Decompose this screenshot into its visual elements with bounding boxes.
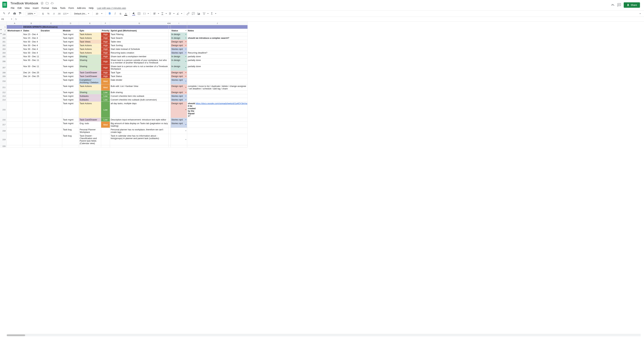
cell-dates[interactable] bbox=[23, 78, 40, 84]
header-cell[interactable]: Status bbox=[171, 29, 187, 32]
cell[interactable] bbox=[169, 78, 171, 84]
cell[interactable] bbox=[7, 71, 23, 74]
cell[interactable] bbox=[169, 102, 171, 118]
cell-dates[interactable]: Nov 30 - Dec 11 bbox=[23, 55, 40, 58]
decimal-decrease-button[interactable]: .0 bbox=[52, 12, 56, 16]
cell-epic[interactable]: Task Actions bbox=[79, 47, 101, 51]
cell-module[interactable]: Task mgmt bbox=[62, 47, 79, 51]
cell[interactable] bbox=[40, 118, 62, 122]
valign-dropdown[interactable] bbox=[166, 13, 167, 14]
cell-epic[interactable]: Task Actions bbox=[79, 84, 101, 90]
cell-goal[interactable]: Convert checklist into subtask (bulk con… bbox=[110, 98, 169, 102]
cell[interactable] bbox=[7, 55, 23, 58]
header-cell[interactable]: Dates bbox=[23, 29, 40, 32]
sheets-logo[interactable] bbox=[1, 1, 8, 8]
cell-goal[interactable]: Bulk edit: List / Kanban View bbox=[110, 84, 169, 90]
paint-format-button[interactable] bbox=[18, 12, 22, 16]
cell[interactable] bbox=[40, 51, 62, 55]
cell[interactable] bbox=[40, 47, 62, 51]
cell[interactable] bbox=[7, 84, 23, 90]
cell-module[interactable]: Task mgmt bbox=[62, 84, 79, 90]
cell-notes[interactable] bbox=[187, 98, 248, 102]
cell-dates[interactable] bbox=[23, 134, 40, 145]
cell[interactable] bbox=[7, 32, 23, 36]
cell-epic[interactable]: Subtasks bbox=[79, 98, 101, 102]
cell[interactable] bbox=[169, 134, 171, 145]
percent-button[interactable]: % bbox=[46, 12, 50, 16]
cell-goal[interactable]: Task Status bbox=[110, 74, 169, 78]
cell[interactable] bbox=[7, 51, 23, 55]
cell-status[interactable]: Design rqrd bbox=[171, 102, 187, 118]
cell[interactable] bbox=[7, 98, 23, 102]
cell-status[interactable] bbox=[171, 145, 187, 148]
cell-priority[interactable]: High bbox=[101, 71, 110, 74]
cell[interactable] bbox=[40, 64, 62, 71]
cell[interactable] bbox=[169, 84, 171, 90]
share-button[interactable]: Share bbox=[624, 2, 640, 8]
row-header[interactable]: 210 bbox=[0, 78, 7, 84]
cell-status[interactable]: Stories rqrd bbox=[171, 122, 187, 128]
header-cell[interactable]: Workstream # bbox=[7, 29, 23, 32]
cell-status[interactable]: Stories rqrd bbox=[171, 118, 187, 122]
row-header[interactable]: 208 bbox=[0, 71, 7, 74]
cell-goal[interactable]: Share task to a person outside of your w… bbox=[110, 58, 169, 64]
cell[interactable] bbox=[7, 118, 23, 122]
cell-priority[interactable]: High bbox=[101, 40, 110, 44]
row-header[interactable]: 215 bbox=[0, 102, 7, 118]
cell-dates[interactable]: Nov 30 - Dec 4 bbox=[23, 51, 40, 55]
cell[interactable] bbox=[169, 64, 171, 71]
cell-module[interactable]: Task mgmt bbox=[62, 40, 79, 44]
cell-priority[interactable]: High bbox=[101, 64, 110, 71]
cell-epic[interactable]: Eng. todo bbox=[79, 122, 101, 128]
cell-priority[interactable] bbox=[101, 134, 110, 145]
cell[interactable] bbox=[7, 25, 23, 29]
col-header[interactable]: A bbox=[7, 22, 23, 25]
cell-priority[interactable]: Med bbox=[101, 122, 110, 128]
halign-dropdown[interactable] bbox=[158, 13, 159, 14]
cell-module[interactable]: Task mgmt bbox=[62, 58, 79, 64]
undo-button[interactable] bbox=[2, 12, 6, 16]
cell-goal[interactable]: Task in calendar view has no information… bbox=[110, 134, 169, 145]
cell-goal[interactable]: Bulk sharing bbox=[110, 90, 169, 94]
cell-notes[interactable]: partially done bbox=[187, 55, 248, 58]
cell[interactable] bbox=[7, 122, 23, 128]
cell[interactable] bbox=[7, 134, 23, 145]
redo-button[interactable] bbox=[7, 12, 12, 16]
cell-module[interactable]: Task mgmt bbox=[62, 118, 79, 122]
cell-notes[interactable] bbox=[187, 134, 248, 145]
header-cell[interactable]: Priority bbox=[101, 29, 110, 32]
functions-button[interactable]: Σ bbox=[210, 12, 214, 16]
row-header[interactable]: 203 bbox=[0, 47, 7, 51]
cell[interactable] bbox=[7, 40, 23, 44]
cell-dates[interactable] bbox=[23, 122, 40, 128]
cell[interactable] bbox=[40, 55, 62, 58]
cell-goal[interactable]: Share task with a workplace member bbox=[110, 55, 169, 58]
cell[interactable] bbox=[169, 122, 171, 128]
comments-icon[interactable] bbox=[617, 3, 621, 7]
cell-status[interactable] bbox=[171, 134, 187, 145]
cell-module[interactable]: Task mgmt bbox=[62, 55, 79, 58]
menu-form[interactable]: Form bbox=[67, 6, 75, 10]
cell-status[interactable]: In design bbox=[171, 64, 187, 71]
cell-module[interactable]: Task mgmt bbox=[62, 122, 79, 128]
cell[interactable] bbox=[169, 29, 171, 32]
cell-module[interactable]: Task mgmt bbox=[62, 71, 79, 74]
cell-epic[interactable]: Sharing bbox=[79, 58, 101, 64]
cell-priority[interactable]: Low bbox=[101, 98, 110, 102]
cell[interactable] bbox=[169, 40, 171, 44]
cell[interactable] bbox=[7, 102, 23, 118]
cell-notes[interactable] bbox=[187, 78, 248, 84]
cell-module[interactable]: Task mgmt bbox=[62, 44, 79, 47]
cell-notes[interactable] bbox=[187, 145, 248, 148]
chart-button[interactable] bbox=[196, 12, 201, 16]
cell-goal[interactable]: Convert checklist item into subtask bbox=[110, 94, 169, 98]
halign-button[interactable] bbox=[152, 12, 157, 16]
cell-dates[interactable]: Nov 30 - Dec 4 bbox=[23, 47, 40, 51]
cell-dates[interactable]: Nov 30 - Dec 4 bbox=[23, 40, 40, 44]
cell-dates[interactable] bbox=[23, 84, 40, 90]
cell[interactable] bbox=[169, 118, 171, 122]
row-header[interactable]: 207 bbox=[0, 64, 7, 71]
cell-dates[interactable]: Nov 30 - Dec 4 bbox=[23, 44, 40, 47]
header-cell[interactable]: Epic bbox=[79, 29, 101, 32]
move-icon[interactable] bbox=[46, 2, 49, 5]
